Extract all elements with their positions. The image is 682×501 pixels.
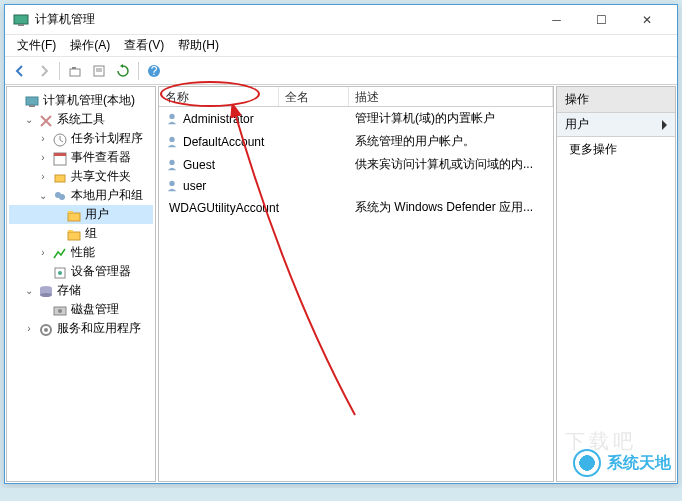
tree-label: 设备管理器 <box>71 263 131 280</box>
menu-help[interactable]: 帮助(H) <box>172 35 225 56</box>
actions-context-label: 用户 <box>565 116 589 133</box>
device-icon <box>52 265 68 279</box>
svg-point-33 <box>169 181 174 186</box>
expand-icon[interactable]: › <box>37 133 49 144</box>
user-row-4[interactable]: WDAGUtilityAccount系统为 Windows Defender 应… <box>159 196 553 219</box>
watermark-logo-icon <box>573 449 601 477</box>
user-icon <box>165 179 179 193</box>
tree-label: 存储 <box>57 282 81 299</box>
user-desc: 管理计算机(域)的内置帐户 <box>349 109 553 128</box>
svg-rect-3 <box>72 67 76 69</box>
folder-icon <box>66 227 82 241</box>
tree-node-8[interactable]: ›性能 <box>9 243 153 262</box>
task-icon <box>52 132 68 146</box>
expand-icon[interactable]: › <box>37 247 49 258</box>
tree-node-3[interactable]: ›事件查看器 <box>9 148 153 167</box>
close-button[interactable]: ✕ <box>624 6 669 34</box>
back-button[interactable] <box>9 60 31 82</box>
user-name: WDAGUtilityAccount <box>169 201 279 215</box>
tree-node-5[interactable]: ⌄本地用户和组 <box>9 186 153 205</box>
user-row-2[interactable]: Guest供来宾访问计算机或访问域的内... <box>159 153 553 176</box>
minimize-button[interactable]: ─ <box>534 6 579 34</box>
user-desc: 系统为 Windows Defender 应用... <box>349 198 553 217</box>
tree-node-2[interactable]: ›任务计划程序 <box>9 129 153 148</box>
tree-pane[interactable]: 计算机管理(本地)⌄系统工具›任务计划程序›事件查看器›共享文件夹⌄本地用户和组… <box>6 86 156 482</box>
svg-point-32 <box>169 159 174 164</box>
svg-rect-14 <box>55 175 65 182</box>
user-row-3[interactable]: user <box>159 176 553 196</box>
expand-icon[interactable]: › <box>23 323 35 334</box>
user-icon <box>165 135 179 149</box>
user-name: Administrator <box>183 112 254 126</box>
col-name[interactable]: 名称 <box>159 87 279 106</box>
tree-node-11[interactable]: 磁盘管理 <box>9 300 153 319</box>
svg-rect-0 <box>14 15 28 24</box>
expand-icon[interactable]: ⌄ <box>23 114 35 125</box>
tree-node-1[interactable]: ⌄系统工具 <box>9 110 153 129</box>
col-fullname[interactable]: 全名 <box>279 87 349 106</box>
tree-label: 本地用户和组 <box>71 187 143 204</box>
expand-icon[interactable]: › <box>37 152 49 163</box>
tree-node-0[interactable]: 计算机管理(本地) <box>9 91 153 110</box>
user-row-1[interactable]: DefaultAccount系统管理的用户帐户。 <box>159 130 553 153</box>
menu-action[interactable]: 操作(A) <box>64 35 116 56</box>
user-name: user <box>183 179 206 193</box>
expand-icon[interactable]: ⌄ <box>23 285 35 296</box>
expand-icon[interactable]: ⌄ <box>37 190 49 201</box>
tools-icon <box>38 113 54 127</box>
actions-more[interactable]: 更多操作 <box>557 137 675 162</box>
user-name: Guest <box>183 158 215 172</box>
window-title: 计算机管理 <box>35 11 534 28</box>
up-button[interactable] <box>64 60 86 82</box>
actions-context[interactable]: 用户 <box>557 113 675 137</box>
user-fullname <box>279 198 349 217</box>
col-desc[interactable]: 描述 <box>349 87 553 106</box>
forward-button[interactable] <box>33 60 55 82</box>
list-header: 名称 全名 描述 <box>159 87 553 107</box>
user-row-0[interactable]: Administrator管理计算机(域)的内置帐户 <box>159 107 553 130</box>
svg-point-16 <box>59 194 65 200</box>
menu-view[interactable]: 查看(V) <box>118 35 170 56</box>
svg-rect-19 <box>68 232 80 240</box>
user-fullname <box>279 109 349 128</box>
svg-rect-13 <box>54 153 66 156</box>
menubar: 文件(F) 操作(A) 查看(V) 帮助(H) <box>5 35 677 57</box>
user-desc: 系统管理的用户帐户。 <box>349 132 553 151</box>
tree-node-12[interactable]: ›服务和应用程序 <box>9 319 153 338</box>
menu-file[interactable]: 文件(F) <box>11 35 62 56</box>
event-icon <box>52 151 68 165</box>
action-pane: 操作 用户 更多操作 <box>556 86 676 482</box>
tree-label: 磁盘管理 <box>71 301 119 318</box>
list-pane[interactable]: 名称 全名 描述 Administrator管理计算机(域)的内置帐户Defau… <box>158 86 554 482</box>
svg-rect-9 <box>26 97 38 105</box>
computer-icon <box>24 94 40 108</box>
tree-label: 共享文件夹 <box>71 168 131 185</box>
svg-rect-10 <box>29 105 35 107</box>
share-icon <box>52 170 68 184</box>
tree-label: 计算机管理(本地) <box>43 92 135 109</box>
tree-label: 性能 <box>71 244 95 261</box>
tree-label: 组 <box>85 225 97 242</box>
tree-node-7[interactable]: 组 <box>9 224 153 243</box>
tree-node-10[interactable]: ⌄存储 <box>9 281 153 300</box>
svc-icon <box>38 322 54 336</box>
titlebar: 计算机管理 ─ ☐ ✕ <box>5 5 677 35</box>
body: 计算机管理(本地)⌄系统工具›任务计划程序›事件查看器›共享文件夹⌄本地用户和组… <box>5 85 677 483</box>
user-fullname <box>279 132 349 151</box>
chevron-right-icon <box>662 120 667 130</box>
properties-button[interactable] <box>88 60 110 82</box>
refresh-button[interactable] <box>112 60 134 82</box>
user-desc <box>349 178 553 194</box>
toolbar: ? <box>5 57 677 85</box>
maximize-button[interactable]: ☐ <box>579 6 624 34</box>
tree-node-6[interactable]: 用户 <box>9 205 153 224</box>
toolbar-sep <box>138 62 139 80</box>
user-name: DefaultAccount <box>183 135 264 149</box>
tree-node-4[interactable]: ›共享文件夹 <box>9 167 153 186</box>
expand-icon[interactable]: › <box>37 171 49 182</box>
actions-header: 操作 <box>557 87 675 113</box>
tree-node-9[interactable]: 设备管理器 <box>9 262 153 281</box>
user-fullname <box>279 178 349 194</box>
user-fullname <box>279 155 349 174</box>
help-button[interactable]: ? <box>143 60 165 82</box>
